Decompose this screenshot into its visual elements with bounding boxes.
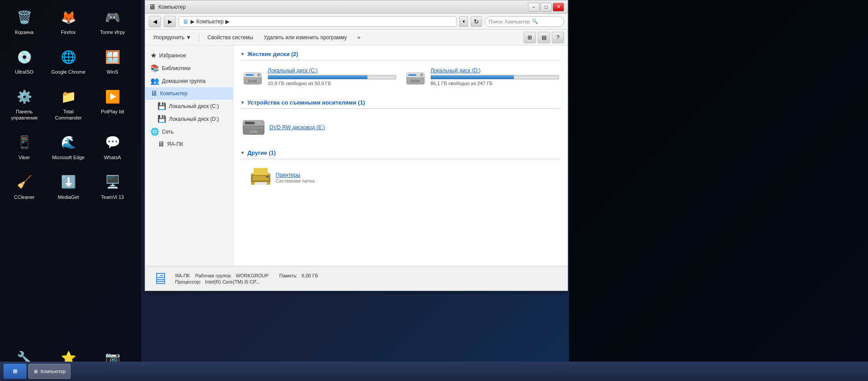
drive-d-item[interactable]: DISK Локальный диск (D:) 86,1 ГБ свободн… [403,66,561,90]
drive-d-bar-bg [430,75,559,79]
svg-point-14 [258,123,260,124]
desktop-icon-topperigry[interactable]: 🎮 Топпе Игру [93,4,132,37]
drive-d-bar-fill [431,75,514,79]
help-button[interactable]: ? [552,32,564,43]
window-title: Компьютер [158,4,525,10]
sidebar-item-network[interactable]: 🌐 Сеть [145,125,233,138]
more-label: » [358,34,361,41]
view-grid-button[interactable]: ⊞ [524,32,536,43]
teamviewer-label: TeamVi 13 [101,194,124,200]
status-pc-icon: 🖥 [152,269,168,288]
drive-c-name: Локальный диск (C:) [268,67,396,74]
printer-icon-row[interactable]: Принтеры Системная папка [247,164,317,191]
dvd-item[interactable]: DVD DVD RW дисковод (E:) [240,114,561,141]
desktop-icon-chrome[interactable]: 🌐 Google Chrome [49,44,88,77]
desktop-icon-korzina[interactable]: 🗑️ Корзина [4,4,44,37]
panelupr-label: Панель управления [7,109,42,120]
sidebar-item-diskc[interactable]: 💾 Локальный диск (C:) [145,100,233,112]
topperigry-label: Топпе Игру [100,30,125,35]
sidebar-item-homegroup[interactable]: 👥 Домашняя группа [145,75,233,87]
desktop-icon-ccleaner[interactable]: 🧹 CCleaner [4,169,44,202]
homegroup-label: Домашняя группа [162,78,206,84]
ultraiso-icon: 💿 [14,46,35,67]
forward-button[interactable]: ▶ [164,16,176,27]
right-panel [569,0,868,381]
desktop-icon-firefox[interactable]: 🦊 Firefox [49,4,88,37]
back-button[interactable]: ◀ [149,16,161,27]
diskc-label: Локальный диск (C:) [169,103,219,109]
svg-text:DVD: DVD [250,130,258,134]
desktop-icon-row-4: 📱 Viber 🌊 Microsoft Edge 💬 WhatsA [4,130,137,163]
printer-sub: Системная папка [276,178,315,183]
svg-rect-22 [266,176,269,178]
desktop-icon-panelupr[interactable]: ⚙️ Панель управления [4,84,44,123]
hard-disk-c-svg: DISK [242,67,263,89]
desktop-icon-teamviewer[interactable]: 🖥️ TeamVi 13 [93,169,132,202]
taskbar-explorer-item[interactable]: 🖥 Компьютер [28,364,71,379]
desktop-left-panel: 🗑️ Корзина 🦊 Firefox 🎮 Топпе Игру 💿 Ultr… [0,0,141,381]
view-list-button[interactable]: ▤ [538,32,550,43]
desktop-icon-ultraiso[interactable]: 💿 UltraISO [4,44,44,77]
desktop-icon-wins[interactable]: 🪟 WinS [93,44,132,77]
uninstall-button[interactable]: Удалить или изменить программу [259,32,352,43]
svg-point-3 [258,74,260,76]
rem-triangle: ▼ [240,100,245,105]
sidebar-item-yapk[interactable]: 🖥 ЯА-ПК [145,138,233,150]
status-processor-label: Процессор: [175,279,201,284]
ccleaner-label: CCleaner [14,194,34,200]
sidebar-item-computer[interactable]: 🖥 Компьютер [145,87,233,100]
desktop-icon-whatsapp[interactable]: 💬 WhatsA [93,130,132,163]
status-processor-value: Intel(R) Core(TM) i5 CP... [205,279,260,284]
svg-rect-12 [245,122,254,124]
content-panel: ▼ Жесткие диски (2) D [233,45,568,266]
maximize-button[interactable]: □ [540,3,552,11]
window-icon: 🖥 [149,3,156,11]
start-button[interactable]: ⊞ [4,364,26,379]
organize-arrow: ▼ [186,34,191,41]
taskbar-explorer-label: Компьютер [41,369,66,374]
desktop-icon-totalcommander[interactable]: 📁 Total Commander [49,84,88,123]
computer-label: Компьютер [160,90,187,97]
system-props-button[interactable]: Свойства системы [203,32,258,43]
path-monitor-icon: 🖥 [183,18,189,25]
sidebar-item-diskd[interactable]: 💾 Локальный диск (D:) [145,112,233,125]
organize-button[interactable]: Упорядочить ▼ [149,32,195,43]
refresh-button[interactable]: ↻ [471,16,482,27]
taskbar: ⊞ 🖥 Компьютер [0,362,868,381]
sidebar-item-favorites[interactable]: ★ Избранное [145,49,233,62]
toolbar-separator-1 [199,33,199,42]
drive-c-info: Локальный диск (C:) 10,9 ГБ свободно из … [268,67,396,86]
diskd-label: Локальный диск (D:) [169,116,219,122]
svg-rect-15 [244,127,263,128]
libraries-label: Библиотеки [162,65,191,71]
close-button[interactable]: ✕ [553,3,564,11]
desktop-icon-row-5: 🧹 CCleaner ⬇️ MediaGet 🖥️ TeamVi 13 [4,169,137,202]
address-path[interactable]: 🖥 ▶ Компьютер ▶ [179,16,456,27]
desktop-icon-mediaget[interactable]: ⬇️ MediaGet [49,169,88,202]
search-box[interactable]: Поиск: Компьютер 🔍 [485,16,564,27]
svg-rect-18 [254,168,268,175]
whatsapp-label: WhatsA [104,155,121,161]
desktop-icon-msedge[interactable]: 🌊 Microsoft Edge [49,130,88,163]
drive-c-bar-bg [268,75,396,79]
homegroup-icon: 👥 [150,77,159,85]
sidebar-item-libraries[interactable]: 📚 Библиотеки [145,62,233,75]
mediaget-label: MediaGet [58,194,79,200]
other-header: ▼ Другие (1) [240,149,561,159]
uninstall-label: Удалить или изменить программу [264,34,347,41]
status-pc-name: ЯА-ПК [175,273,190,278]
more-button[interactable]: » [353,32,365,43]
address-dropdown[interactable]: ▾ [459,16,468,27]
diskc-icon: 💾 [157,102,166,110]
desktop-icon-row-1: 🗑️ Корзина 🦊 Firefox 🎮 Топпе Игру [4,4,137,37]
topperigry-icon: 🎮 [102,7,123,28]
sidebar: ★ Избранное 📚 Библиотеки 👥 Домашняя груп… [145,45,233,266]
minimize-button[interactable]: − [528,3,539,11]
desktop-icon-viber[interactable]: 📱 Viber [4,130,44,163]
desktop-icon-potplayerbit[interactable]: ▶️ PotPlay bit [93,84,132,123]
status-info: ЯА-ПК Рабочая группа: WORKGROUP Память: … [175,273,318,284]
diskd-icon: 💾 [157,115,166,123]
drive-c-item[interactable]: DISK Локальный диск (C:) 10,9 ГБ свободн… [240,66,398,90]
drive-d-icon: DISK [405,67,426,89]
dvd-icon: DVD [242,116,265,139]
